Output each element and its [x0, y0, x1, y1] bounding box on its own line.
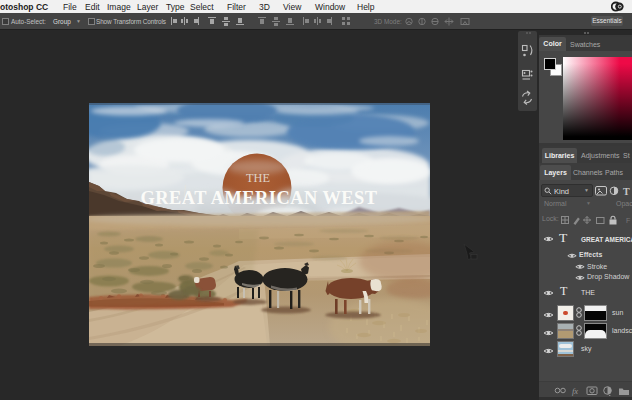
- svg-text:fx: fx: [572, 386, 578, 396]
- svg-text:THE: THE: [246, 172, 270, 184]
- svg-text:T: T: [623, 186, 630, 197]
- svg-text:GREAT AMERICAN WEST: GREAT AMERICAN WEST: [141, 187, 378, 208]
- svg-text:F: F: [626, 217, 630, 224]
